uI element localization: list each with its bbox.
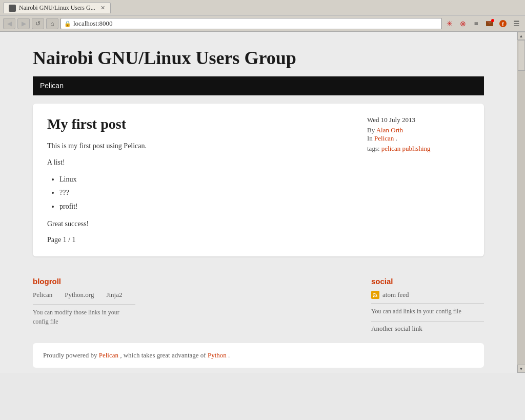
tag-pelican-link[interactable]: pelican <box>381 145 401 152</box>
browser-titlebar: Nairobi GNU/Linux Users G... ✕ <box>0 0 525 16</box>
social-config-note: You can add links in your config file <box>371 303 484 316</box>
page-info: Page 1 / 1 <box>47 236 357 244</box>
footer-text-middle: , which takes great advantage of <box>120 351 208 359</box>
forward-button[interactable]: ▶ <box>17 18 30 29</box>
article-layout: My first post This is my first post usin… <box>47 116 470 244</box>
toolbar-icons: ✳ ⊗ ≡ f ☰ <box>444 18 522 29</box>
social-atom-item: atom feed <box>371 291 484 299</box>
article-date: Wed 10 July 2013 <box>367 116 470 124</box>
browser-toolbar: ◀ ▶ ↺ ⌂ 🔒 localhost:8000 ✳ ⊗ ≡ <box>0 16 525 31</box>
blogroll-jinja2-link[interactable]: Jinja2 <box>106 291 122 299</box>
page-content: Nairobi GNU/Linux Users Group Pelican My… <box>0 32 517 373</box>
browser-tab[interactable]: Nairobi GNU/Linux Users G... ✕ <box>3 2 111 13</box>
article-list: Linux ??? profit! <box>59 174 357 212</box>
reload-icon: ↺ <box>35 20 41 28</box>
blogroll-note: You can modify those links in your confi… <box>33 304 135 326</box>
rss-icon <box>371 291 379 299</box>
article-meta: Wed 10 July 2013 By Alan Orth In Pelican… <box>367 116 470 244</box>
article-body: My first post This is my first post usin… <box>47 116 357 244</box>
article-conclusion: Great success! <box>47 218 357 230</box>
list-item: Linux <box>59 174 357 185</box>
addon-icon-3[interactable]: ≡ <box>471 18 482 29</box>
scrollbar-thumb[interactable] <box>518 40 525 71</box>
address-text: localhost:8000 <box>73 19 113 28</box>
footer-text-before: Proudly powered by <box>43 351 99 359</box>
address-lock-icon: 🔒 <box>64 21 71 27</box>
site-footer: Proudly powered by Pelican , which takes… <box>33 343 484 368</box>
in-label: In <box>367 134 374 142</box>
back-icon: ◀ <box>7 20 12 28</box>
blogroll-heading: blogroll <box>33 277 371 286</box>
blogroll-links: Pelican Python.org Jinja2 <box>33 291 371 299</box>
tab-favicon <box>9 5 16 12</box>
scrollbar-up-button[interactable]: ▲ <box>517 32 526 40</box>
list-item: profit! <box>59 201 357 212</box>
addon-icon-1[interactable]: ✳ <box>444 18 455 29</box>
nav-bar: Pelican <box>33 76 484 95</box>
home-icon: ⌂ <box>50 20 54 28</box>
scrollbar[interactable]: ▲ ▼ <box>517 32 525 373</box>
footer-python-link[interactable]: Python <box>208 351 227 359</box>
forward-icon: ▶ <box>22 20 26 28</box>
tag-publishing-link[interactable]: publishing <box>402 145 431 152</box>
site-wrapper: Nairobi GNU/Linux Users Group Pelican My… <box>28 32 489 368</box>
article-intro: This is my first post using Pelican. <box>47 141 357 152</box>
atom-feed-link[interactable]: atom feed <box>382 291 409 299</box>
footer-pelican-link[interactable]: Pelican <box>99 351 118 359</box>
svg-point-4 <box>373 296 375 297</box>
article-category-line: In Pelican . <box>367 134 470 143</box>
nav-pelican-link[interactable]: Pelican <box>40 82 64 90</box>
blogroll-pelican-link[interactable]: Pelican <box>33 291 52 299</box>
browser-chrome: Nairobi GNU/Linux Users G... ✕ ◀ ▶ ↺ ⌂ 🔒… <box>0 0 525 32</box>
menu-icon[interactable]: ☰ <box>511 18 522 29</box>
scrollbar-down-button[interactable]: ▼ <box>517 365 526 373</box>
footer-widgets: blogroll Pelican Python.org Jinja2 You c… <box>33 267 484 343</box>
blogroll-python-link[interactable]: Python.org <box>65 291 94 299</box>
article-tags-line: tags: pelican publishing <box>367 145 470 153</box>
home-button[interactable]: ⌂ <box>46 18 58 29</box>
tab-title: Nairobi GNU/Linux Users G... <box>19 4 95 12</box>
article-list-header: A list! <box>47 157 357 168</box>
author-link[interactable]: Alan Orth <box>376 126 403 134</box>
address-bar[interactable]: 🔒 localhost:8000 <box>60 18 442 29</box>
social-heading: social <box>371 277 484 286</box>
article-card: My first post This is my first post usin… <box>33 104 484 256</box>
tags-label: tags: <box>367 145 381 152</box>
category-link[interactable]: Pelican <box>374 134 394 142</box>
tab-close-button[interactable]: ✕ <box>100 5 105 11</box>
addon-icon-2[interactable]: ⊗ <box>457 18 469 29</box>
browser-body: Nairobi GNU/Linux Users Group Pelican My… <box>0 32 525 373</box>
reload-button[interactable]: ↺ <box>32 18 44 29</box>
article-title: My first post <box>47 116 357 132</box>
by-label: By <box>367 126 376 134</box>
footer-text-end: . <box>228 351 230 359</box>
footer-social: social atom feed You can add links in yo… <box>371 277 484 333</box>
back-button[interactable]: ◀ <box>3 18 15 29</box>
scrollbar-track[interactable] <box>517 40 525 365</box>
addon-icon-5[interactable]: f <box>497 18 509 29</box>
list-item: ??? <box>59 187 357 198</box>
article-author-line: By Alan Orth <box>367 126 470 134</box>
addon-icon-4[interactable] <box>484 18 495 29</box>
site-title: Nairobi GNU/Linux Users Group <box>33 37 484 76</box>
footer-blogroll: blogroll Pelican Python.org Jinja2 You c… <box>33 277 371 333</box>
another-social-link[interactable]: Another social link <box>371 321 484 333</box>
